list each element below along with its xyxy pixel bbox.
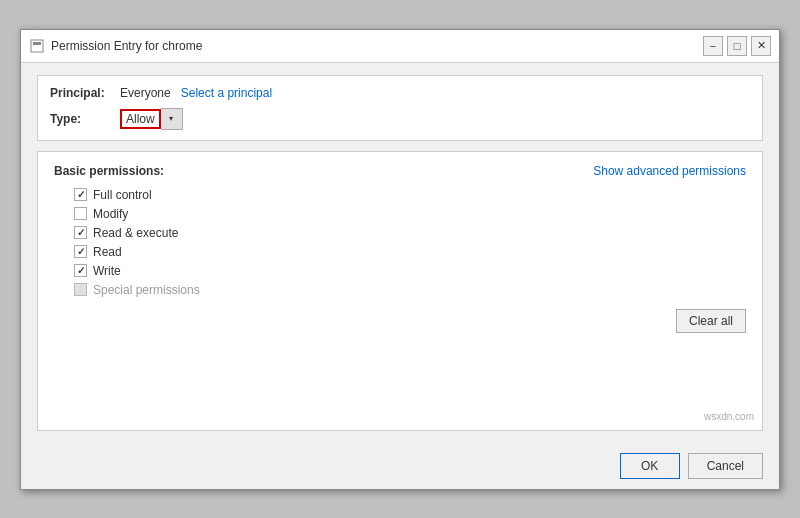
permissions-title: Basic permissions: xyxy=(54,164,164,178)
close-button[interactable]: ✕ xyxy=(751,36,771,56)
watermark: wsxdn.com xyxy=(704,411,754,422)
principal-row: Principal: Everyone Select a principal xyxy=(50,86,750,100)
write-checkbox[interactable] xyxy=(74,264,87,277)
list-item: Read xyxy=(74,245,746,259)
special-permissions-checkbox xyxy=(74,283,87,296)
list-item: Read & execute xyxy=(74,226,746,240)
read-label: Read xyxy=(93,245,122,259)
list-item: Write xyxy=(74,264,746,278)
principal-label: Principal: xyxy=(50,86,120,100)
dialog-footer: OK Cancel xyxy=(21,443,779,489)
type-select-value[interactable]: Allow xyxy=(120,109,161,129)
minimize-button[interactable]: − xyxy=(703,36,723,56)
show-advanced-link[interactable]: Show advanced permissions xyxy=(593,164,746,178)
list-item: Full control xyxy=(74,188,746,202)
permissions-header: Basic permissions: Show advanced permiss… xyxy=(54,164,746,178)
full-control-label: Full control xyxy=(93,188,152,202)
clear-all-button[interactable]: Clear all xyxy=(676,309,746,333)
maximize-button[interactable]: □ xyxy=(727,36,747,56)
modify-label: Modify xyxy=(93,207,128,221)
principal-type-section: Principal: Everyone Select a principal T… xyxy=(37,75,763,141)
permissions-section: Basic permissions: Show advanced permiss… xyxy=(37,151,763,431)
type-row: Type: Allow ▾ xyxy=(50,108,750,130)
full-control-checkbox[interactable] xyxy=(74,188,87,201)
window-controls: − □ ✕ xyxy=(703,36,771,56)
window-content: Principal: Everyone Select a principal T… xyxy=(21,63,779,443)
type-dropdown[interactable]: Allow ▾ xyxy=(120,108,183,130)
title-bar-left: Permission Entry for chrome xyxy=(29,38,202,54)
principal-value: Everyone xyxy=(120,86,171,100)
read-execute-label: Read & execute xyxy=(93,226,178,240)
permissions-list: Full control Modify Read & execute Read xyxy=(74,188,746,297)
type-dropdown-arrow[interactable]: ▾ xyxy=(161,108,183,130)
read-checkbox[interactable] xyxy=(74,245,87,258)
svg-rect-0 xyxy=(31,40,43,52)
read-execute-checkbox[interactable] xyxy=(74,226,87,239)
list-item: Modify xyxy=(74,207,746,221)
write-label: Write xyxy=(93,264,121,278)
window-icon xyxy=(29,38,45,54)
modify-checkbox[interactable] xyxy=(74,207,87,220)
window-title: Permission Entry for chrome xyxy=(51,39,202,53)
bottom-right-actions: Clear all xyxy=(54,309,746,333)
title-bar: Permission Entry for chrome − □ ✕ xyxy=(21,30,779,63)
special-permissions-label: Special permissions xyxy=(93,283,200,297)
ok-button[interactable]: OK xyxy=(620,453,680,479)
svg-rect-1 xyxy=(33,42,41,45)
cancel-button[interactable]: Cancel xyxy=(688,453,763,479)
list-item: Special permissions xyxy=(74,283,746,297)
select-principal-link[interactable]: Select a principal xyxy=(181,86,272,100)
permission-dialog: Permission Entry for chrome − □ ✕ Princi… xyxy=(20,29,780,490)
type-label: Type: xyxy=(50,112,120,126)
